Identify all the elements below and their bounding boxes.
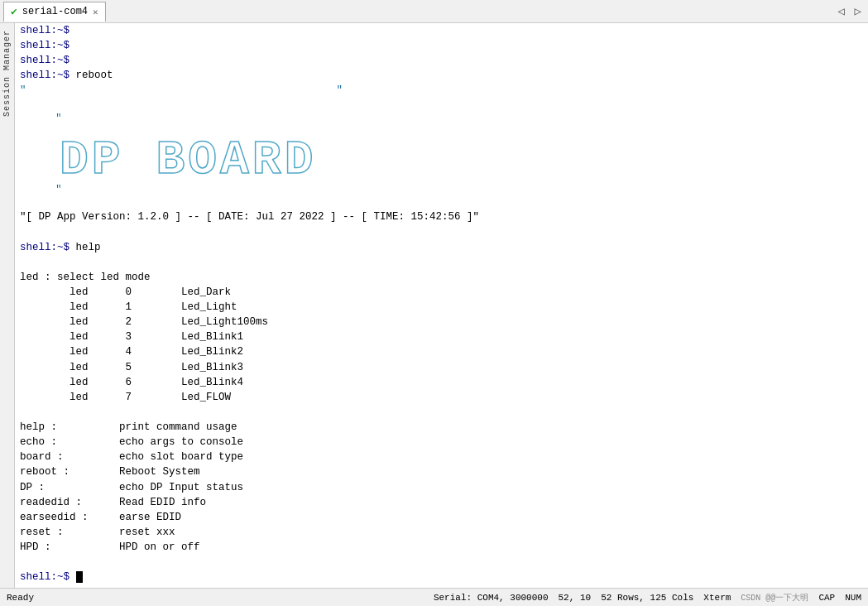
title-bar: ✔ serial-com4 ✕ ◁ ▷	[0, 0, 868, 23]
echo-cmd: echo : echo args to console	[20, 435, 863, 450]
help-cmd: help : print command usage	[20, 420, 863, 435]
ascii-art-dp-board: " DP BOARD "	[20, 99, 863, 210]
readedid-cmd: readedid : Read EDID info	[20, 495, 863, 510]
caps-indicator: CAP	[818, 593, 835, 603]
csdn-watermark: CSDN @@一下大明	[741, 592, 808, 604]
blank-line	[20, 255, 863, 270]
tab[interactable]: ✔ serial-com4 ✕	[3, 2, 106, 22]
reboot-cmd: reboot : Reboot System	[20, 464, 863, 479]
dimensions-info: 52 Rows, 125 Cols	[601, 593, 693, 603]
check-icon: ✔	[11, 5, 17, 18]
final-prompt: shell:~$	[20, 570, 863, 584]
coords-info: 52, 10	[559, 593, 592, 603]
led-6: led 6 Led_Blink4	[20, 375, 863, 390]
help-prompt-line: shell:~$ help	[20, 240, 863, 255]
led-3: led 3 Led_Blink1	[20, 329, 863, 344]
board-cmd: board : echo slot board type	[20, 450, 863, 464]
terminal-type: Xterm	[703, 593, 731, 603]
earseedid-cmd: earseedid : earse EDID	[20, 510, 863, 525]
blank-line	[20, 405, 863, 420]
ascii-art-line: " "	[20, 83, 863, 98]
svg-text:DP BOARD: DP BOARD	[60, 133, 316, 183]
terminal[interactable]: shell:~$ shell:~$ shell:~$ shell:~$ shel…	[15, 23, 868, 588]
close-tab-button[interactable]: ✕	[93, 7, 98, 17]
title-nav: ◁ ▷	[834, 4, 865, 18]
hpd-cmd: HPD : HPD on or off	[20, 540, 863, 555]
status-right: Serial: COM4, 3000000 52, 10 52 Rows, 12…	[434, 592, 861, 604]
cursor	[76, 571, 83, 583]
blank-line	[20, 224, 863, 239]
version-line: "[ DP App Version: 1.2.0 ] -- [ DATE: Ju…	[20, 209, 863, 224]
tab-label: serial-com4	[22, 6, 88, 17]
num-indicator: NUM	[845, 593, 861, 603]
led-1: led 1 Led_Light	[20, 300, 863, 315]
status-ready: Ready	[7, 593, 34, 603]
session-sidebar[interactable]: Session Manager	[0, 23, 15, 588]
shell-line: shell:~$	[20, 38, 863, 53]
led-0: led 0 Led_Dark	[20, 285, 863, 300]
led-4: led 4 Led_Blink2	[20, 344, 863, 359]
main-layout: Session Manager shell:~$ shell:~$ shell:…	[0, 23, 868, 588]
shell-line: shell:~$	[20, 53, 863, 68]
led-5: led 5 Led_Blink3	[20, 360, 863, 375]
reset-cmd: reset : reset xxx	[20, 525, 863, 540]
blank-line	[20, 555, 863, 570]
nav-prev-button[interactable]: ◁	[834, 4, 847, 18]
led-header: led : select led mode	[20, 270, 863, 285]
led-7: led 7 Led_FLOW	[20, 390, 863, 405]
status-bar: Ready Serial: COM4, 3000000 52, 10 52 Ro…	[0, 588, 868, 606]
led-2: led 2 Led_Light100ms	[20, 315, 863, 329]
shell-line: shell:~$	[20, 23, 863, 38]
dp-cmd: DP : echo DP Input status	[20, 480, 863, 495]
reboot-command: shell:~$ reboot	[20, 68, 863, 83]
session-manager-label: Session Manager	[2, 30, 12, 117]
serial-info: Serial: COM4, 3000000	[434, 593, 549, 603]
nav-next-button[interactable]: ▷	[851, 4, 865, 18]
